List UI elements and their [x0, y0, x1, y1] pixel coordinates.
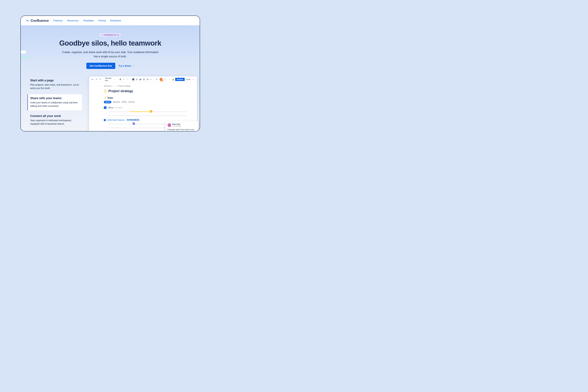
lock-icon[interactable]: 🔒	[172, 78, 175, 81]
ai-badge-label: POWERED BY AI	[104, 34, 119, 36]
nav-enterprise[interactable]: Enterprise	[110, 19, 121, 22]
get-free-button[interactable]: Get Confluence free	[86, 63, 115, 69]
timeline-bar	[108, 114, 187, 117]
editor-body: Research/ .../ Project strategy Project …	[89, 82, 197, 132]
search-icon[interactable]: ⌕	[168, 78, 171, 81]
feature-start-page[interactable]: Start with a page Plan projects, take no…	[27, 76, 82, 92]
editor-preview: ↶ ↷ Normal text⌄ B I ⋯ ✓ 🔗 ▣ @ ⊞ +⌄	[89, 76, 197, 132]
image-icon[interactable]: ▣	[139, 78, 142, 81]
table-icon[interactable]: ⊞	[146, 78, 149, 81]
brand-logo[interactable]: Confluence	[26, 18, 49, 22]
device-frame: Confluence Features Resources Templates …	[20, 16, 200, 132]
confluence-icon	[91, 78, 93, 81]
chevron-down-icon: ⌄	[114, 78, 115, 80]
feature-desc: Plan projects, take notes, and brainstor…	[30, 83, 79, 90]
comment-author: Eva Lien	[172, 123, 181, 125]
feature-list: Start with a page Plan projects, take no…	[27, 76, 82, 130]
status-badge: IN PROGRESS	[126, 119, 140, 121]
task-link[interactable]: [iOS] New Features	[107, 119, 125, 121]
nav-features[interactable]: Features	[53, 19, 62, 22]
mention-row: @Will @Alana @Mia @Jose	[104, 101, 187, 104]
todo-item: ✓ @Eva to review	[104, 106, 187, 109]
sparkle-icon: ✨	[104, 97, 106, 99]
italic-icon[interactable]: I	[122, 78, 125, 81]
redo-icon[interactable]: ↷	[99, 78, 101, 81]
todo-label: to review	[115, 107, 122, 108]
mention-will[interactable]: @Will	[104, 101, 111, 104]
page-subhead: Create, organize, and share work with AI…	[60, 50, 161, 58]
task-item: ✓ [iOS] New Features IN PROGRESS	[104, 119, 187, 121]
top-nav-bar: Confluence Features Resources Templates …	[21, 16, 200, 25]
link-icon[interactable]: 🔗	[135, 78, 138, 81]
ai-badge: ✦ POWERED BY AI	[100, 33, 121, 36]
ai-sparkle-icon[interactable]: ✦	[155, 78, 158, 81]
mention-jose[interactable]: @Jose	[128, 101, 135, 104]
feature-desc: Invite your teams to collaborate using r…	[30, 101, 79, 108]
text-style-dropdown[interactable]: Normal text⌄	[104, 77, 116, 82]
confluence-icon	[26, 19, 29, 22]
brand-name: Confluence	[30, 18, 49, 22]
team-heading: Team	[107, 96, 113, 99]
breadcrumb-item[interactable]: Project strategy	[118, 85, 130, 87]
decoration-pill	[20, 51, 26, 54]
breadcrumb-item[interactable]: Research	[104, 85, 111, 87]
feature-title: Start with a page	[30, 79, 79, 82]
timeline-marker-m: M	[150, 110, 152, 112]
comment-body: Fantastic idea! Can't wait to see this c…	[167, 128, 196, 132]
feature-title: Connect all your work	[30, 114, 79, 118]
checkbox-checked-icon[interactable]: ✓	[104, 106, 106, 109]
breadcrumb-item[interactable]: ...	[114, 85, 115, 87]
close-button[interactable]: Close	[185, 78, 191, 80]
nav-links: Features Resources Templates Pricing Ent…	[53, 19, 121, 22]
mention-mia[interactable]: @Mia	[122, 101, 127, 104]
more-formatting-icon[interactable]: ⋯	[126, 78, 129, 81]
checkbox-checked-icon[interactable]: ✓	[104, 119, 106, 121]
compass-icon	[104, 90, 107, 93]
feature-share-teams[interactable]: Share with your teams Invite your teams …	[27, 94, 82, 110]
comment-card: Eva Lien 4 hours ago Fantastic idea! Can…	[166, 121, 198, 132]
editor-toolbar: ↶ ↷ Normal text⌄ B I ⋯ ✓ 🔗 ▣ @ ⊞ +⌄	[89, 76, 197, 82]
nav-resources[interactable]: Resources	[67, 19, 78, 22]
insert-icon[interactable]: +⌄	[150, 78, 153, 81]
timeline-bar: M	[108, 110, 187, 113]
add-collaborator-button[interactable]: +	[163, 78, 166, 81]
comment-time: 4 hours ago	[172, 125, 181, 127]
page-headline: Goodbye silos, hello teamwork	[48, 39, 172, 47]
mention-alana[interactable]: @Alana	[113, 101, 120, 104]
more-menu-icon[interactable]: ⋯	[192, 78, 195, 81]
bold-icon[interactable]: B	[119, 78, 122, 81]
page-title: Project strategy	[108, 89, 133, 93]
svg-point-0	[104, 90, 107, 92]
feature-desc: Stay organized in dedicated workspaces, …	[30, 119, 79, 126]
todo-mention[interactable]: @Eva	[108, 106, 113, 109]
feature-connect-work[interactable]: Connect all your work Stay organized in …	[27, 112, 82, 128]
undo-icon[interactable]: ↶	[95, 78, 98, 81]
hero-section: ✦ POWERED BY AI Goodbye silos, hello tea…	[21, 25, 200, 131]
try-demo-link[interactable]: Try a demo →	[118, 64, 134, 67]
action-item-icon[interactable]: ✓	[132, 78, 135, 81]
avatar	[167, 123, 171, 127]
sparkle-icon: ✦	[101, 34, 103, 36]
feature-title: Share with your teams	[30, 96, 79, 100]
timeline-marker-d: D	[133, 122, 135, 125]
breadcrumb: Research/ .../ Project strategy	[104, 85, 187, 87]
nav-pricing[interactable]: Pricing	[98, 19, 106, 22]
publish-button[interactable]: Publish	[175, 78, 185, 81]
user-avatar[interactable]	[159, 78, 162, 81]
mention-icon[interactable]: @	[142, 78, 145, 81]
decoration-pill	[20, 56, 30, 59]
nav-templates[interactable]: Templates	[83, 19, 94, 22]
